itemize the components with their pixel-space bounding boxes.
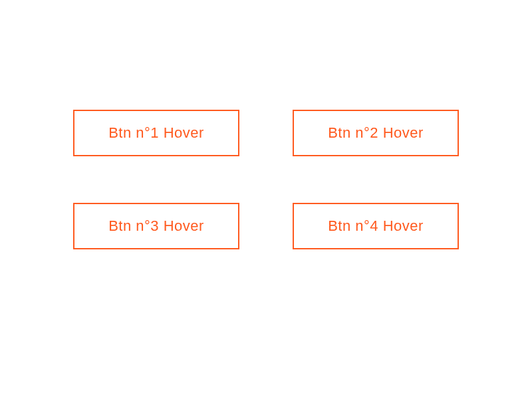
button-row-1: Btn n°1 Hover Btn n°2 Hover: [73, 110, 459, 156]
button-label: Btn n°4 Hover: [328, 217, 424, 235]
button-label: Btn n°2 Hover: [328, 124, 424, 142]
hover-button-2[interactable]: Btn n°2 Hover: [293, 110, 459, 156]
hover-button-4[interactable]: Btn n°4 Hover: [293, 203, 459, 249]
hover-button-1[interactable]: Btn n°1 Hover: [73, 110, 239, 156]
button-label: Btn n°3 Hover: [108, 217, 204, 235]
button-row-2: Btn n°3 Hover Btn n°4 Hover: [73, 203, 459, 249]
hover-button-3[interactable]: Btn n°3 Hover: [73, 203, 239, 249]
button-label: Btn n°1 Hover: [108, 124, 204, 142]
